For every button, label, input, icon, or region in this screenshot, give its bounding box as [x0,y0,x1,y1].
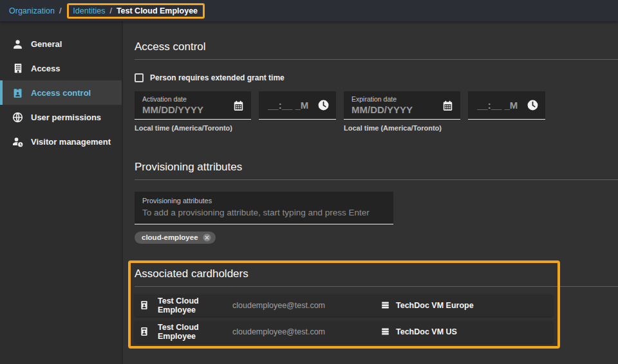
sidebar-item-label: Access control [31,88,91,98]
provisioning-input-label: Provisioning attributes [142,197,387,205]
server-icon [380,327,390,336]
activation-time-field[interactable] [259,91,336,120]
local-time-notes: Local time (America/Toronto) Local time … [135,124,618,132]
date-time-fields-row: Activation date Expiration date [135,91,618,120]
calendar-icon[interactable] [442,100,454,112]
topbar: Organization / Identities / Test Cloud E… [0,0,618,21]
breadcrumb-separator: / [59,6,61,15]
activation-date-label: Activation date [142,95,245,103]
sidebar-item-label: Visitor management [31,137,111,147]
building-icon [12,62,24,75]
sidebar-item-access-control[interactable]: Access control [0,80,122,105]
expiration-time-input[interactable] [477,100,523,111]
provisioning-chip[interactable]: cloud-employee [135,232,216,244]
expiration-date-input[interactable] [351,104,426,115]
expiration-local-time-note: Local time (America/Toronto) [344,124,442,132]
cardholder-badge-icon [140,325,149,338]
person-icon [12,38,24,50]
globe-icon [12,111,24,123]
cardholder-site-name: TechDoc VM US [396,327,457,336]
cardholder-name: Test Cloud Employee [158,323,232,341]
sidebar-item-user-permissions[interactable]: User permissions [0,105,122,129]
access-control-section-title: Access control [135,41,618,60]
cardholder-site: TechDoc VM US [380,327,457,336]
activation-time-input[interactable] [268,100,314,111]
breadcrumb-annotation-box: Identities / Test Cloud Employee [67,3,205,19]
cardholder-site-name: TechDoc VM Europe [396,301,474,310]
sidebar: General Access Access control User permi… [0,21,123,364]
cardholders-section-title: Associated cardholders [135,268,618,287]
main-content: Access control Person requires extended … [123,21,618,364]
cardholder-row[interactable]: Test Cloud Employee cloudemployee@test.c… [135,295,553,316]
provisioning-input[interactable] [142,208,387,217]
cardholder-rows: Test Cloud Employee cloudemployee@test.c… [135,295,618,343]
activation-date-input[interactable] [142,104,216,115]
expiration-time-field[interactable] [468,91,545,120]
extended-grant-row: Person requires extended grant time [135,73,618,82]
cardholder-email: cloudemployee@test.com [232,301,380,310]
breadcrumb-separator: / [109,6,111,15]
cardholder-email: cloudemployee@test.com [232,327,380,336]
sidebar-item-label: General [31,39,62,49]
expiration-date-field[interactable]: Expiration date [344,91,460,120]
breadcrumb-organization[interactable]: Organization [9,6,55,15]
expiration-date-label: Expiration date [351,95,454,103]
clock-icon[interactable] [527,99,539,111]
associated-cardholders-section: Associated cardholders Test Cloud Employ… [135,268,618,343]
breadcrumb-identities[interactable]: Identities [73,6,105,15]
sidebar-item-general[interactable]: General [0,32,122,56]
extended-grant-checkbox[interactable] [135,73,144,82]
activation-date-field[interactable]: Activation date [135,91,251,120]
sidebar-item-access[interactable]: Access [0,56,122,80]
badge-icon [12,87,24,99]
provisioning-section-title: Provisioning attributes [135,161,618,180]
cardholder-row[interactable]: Test Cloud Employee cloudemployee@test.c… [135,321,553,343]
provisioning-chips: cloud-employee [135,231,618,244]
close-circle-icon[interactable] [203,233,211,242]
provisioning-attributes-field[interactable]: Provisioning attributes [135,192,393,224]
clock-icon[interactable] [317,99,330,111]
sidebar-item-label: User permissions [31,113,101,122]
cardholder-name: Test Cloud Employee [158,296,232,314]
person-clock-icon [12,136,24,148]
sidebar-item-label: Access [31,64,61,73]
sidebar-item-visitor-management[interactable]: Visitor management [0,129,122,154]
cardholder-badge-icon [140,299,149,311]
calendar-icon[interactable] [232,100,245,112]
extended-grant-label: Person requires extended grant time [150,73,285,82]
chip-label: cloud-employee [142,233,198,241]
activation-local-time-note: Local time (America/Toronto) [135,124,344,132]
breadcrumb-current-page: Test Cloud Employee [117,6,198,15]
server-icon [380,300,390,310]
cardholder-site: TechDoc VM Europe [380,300,474,310]
